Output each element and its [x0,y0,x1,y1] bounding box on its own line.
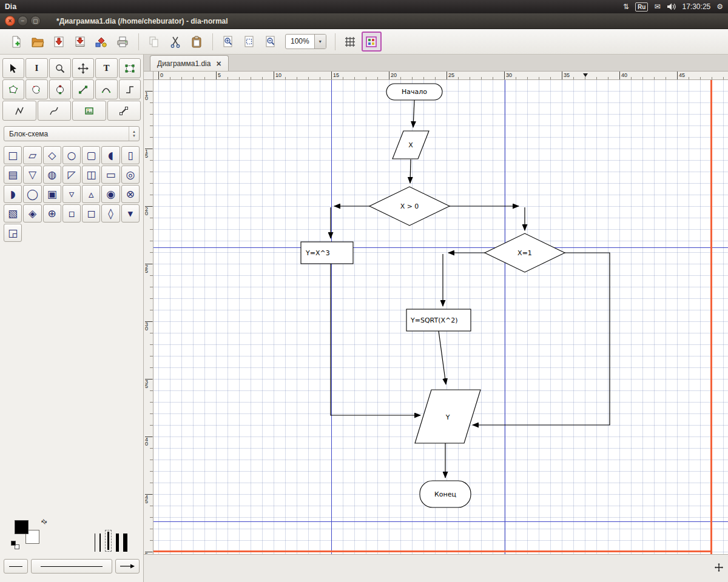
palette-shape-oval[interactable]: ▭ [101,166,120,184]
vertical-ruler[interactable]: 1 01 52 02 53 03 54 04 55 0 [144,80,153,554]
node-output-y[interactable]: Y [415,390,480,443]
tab-diagram1[interactable]: Диаграмма1.dia × [150,55,229,71]
zoom-in-button[interactable] [218,32,238,52]
mail-icon[interactable]: ✉ [654,2,660,11]
tab-close-icon[interactable]: × [216,59,221,68]
tool-polygon[interactable] [2,79,24,99]
flow-arrow-input-decision1[interactable] [410,159,411,183]
palette-shape-internal-storage[interactable]: ◫ [82,166,100,184]
node-end[interactable]: Конец [420,481,471,507]
line-style-button[interactable] [31,559,112,574]
keyboard-layout-indicator[interactable]: Ru [635,2,648,12]
foreground-color-swatch[interactable] [15,520,29,534]
palette-shape-document[interactable]: ▤ [4,166,22,184]
node-decision-x-gt-0[interactable]: X > 0 [369,187,450,226]
tool-ellipse[interactable] [49,79,71,99]
palette-shape-merge[interactable]: ▽ [23,166,41,184]
palette-shape-sort[interactable]: ◈ [23,204,41,222]
begin-arrow-style-button[interactable] [4,559,28,574]
cut-button[interactable] [165,32,185,52]
end-arrow-style-button[interactable] [115,559,140,574]
tool-scroll[interactable] [72,58,94,78]
flow-arrow-start-input[interactable] [413,100,414,127]
horizontal-ruler[interactable]: 051015202530354045 [153,72,728,80]
copy-button[interactable] [144,32,164,52]
palette-shape-magnetic-drum[interactable]: ◎ [121,166,140,184]
pan-t ool-button[interactable] [713,562,724,573]
tool-text-edit[interactable]: I [25,58,47,78]
save-button[interactable] [49,32,69,52]
tool-image[interactable] [72,101,106,121]
tool-arc[interactable] [95,79,117,99]
flow-arrow-decision2-right-to-output[interactable] [473,253,610,425]
tool-beziergon[interactable] [25,79,47,99]
window-close-button[interactable]: × [5,16,15,26]
palette-shape-ellipse[interactable]: ◯ [23,185,41,203]
palette-shape-off-page-connector[interactable]: ◲ [4,224,22,242]
node-input-x[interactable]: X [393,131,429,159]
palette-shape-card[interactable]: ▯ [121,146,140,164]
palette-shape-offline-storage[interactable]: ▾ [121,204,140,222]
palette-shape-predefined-process[interactable]: ▣ [43,185,61,203]
line-width-option-selected[interactable] [105,530,112,552]
export-button[interactable] [91,32,111,52]
session-gear-icon[interactable]: ⚙ [716,2,723,11]
palette-shape-connector[interactable]: ○ [62,146,81,164]
node-process-y-x3[interactable]: Y=X^3 [301,242,353,264]
line-width-option[interactable] [116,534,119,552]
palette-shape-display[interactable]: ◖ [101,146,120,164]
node-process-y-sqrt[interactable]: Y=SQRT(X^2) [406,309,471,331]
palette-shape-extract[interactable]: ▵ [82,185,100,203]
volume-icon[interactable] [667,2,676,11]
tool-box[interactable] [119,58,141,78]
tool-line[interactable] [72,79,94,99]
updown-arrows-icon[interactable]: ⇅ [623,2,629,11]
line-width-option[interactable] [99,534,101,552]
window-minimize-button[interactable]: − [18,16,28,26]
sheet-selector[interactable]: Блок-схема ▲ ▼ [4,126,140,141]
sheet-selector-spinner[interactable]: ▲ ▼ [129,127,139,141]
swap-colors-icon[interactable]: ⇄ [39,517,49,527]
palette-shape-delay[interactable]: ◗ [4,185,22,203]
palette-shape-or[interactable]: ⊕ [43,204,61,222]
flow-arrow-box2-to-output[interactable] [439,331,446,384]
palette-shape-input-output[interactable]: ▱ [23,146,41,164]
window-maximize-button[interactable]: ◻ [30,16,41,26]
paste-button[interactable] [186,32,206,52]
palette-shape-manual-operation[interactable]: ▿ [62,185,81,203]
tool-outline[interactable] [107,101,141,121]
tool-bezierline[interactable] [38,101,72,121]
palette-shape-process-small[interactable]: ▫ [62,204,81,222]
flow-arrow-box1-to-output[interactable] [331,264,420,415]
tool-polyline[interactable] [2,101,36,121]
color-selector[interactable]: ⇄ [7,518,68,552]
print-button[interactable] [112,32,132,52]
tool-text[interactable]: T [95,58,117,78]
node-start[interactable]: Начало [386,84,442,100]
palette-shape-collate[interactable]: ▧ [4,204,22,222]
palette-shape-decision-small[interactable]: ◊ [101,204,120,222]
new-diagram-button[interactable] [6,32,26,52]
palette-shape-terminal[interactable]: ▢ [82,146,100,164]
palette-shape-manual-input[interactable]: ◸ [62,166,81,184]
clock[interactable]: 17:30:25 [682,2,711,11]
tool-zigzagline[interactable] [119,79,141,99]
tool-magnify[interactable] [49,58,71,78]
open-button[interactable] [27,32,47,52]
tool-modify[interactable] [2,58,24,78]
node-decision-x-eq-1[interactable]: X=1 [485,233,565,272]
default-colors-icon[interactable] [11,541,19,549]
zoom-level-combo[interactable]: 100% ▼ [285,34,326,49]
save-as-button[interactable] [70,32,90,52]
snap-to-grid-toggle[interactable] [340,32,360,52]
palette-shape-process[interactable]: □ [4,146,22,164]
palette-shape-summing-junction[interactable]: ⊗ [121,185,140,203]
palette-shape-decision[interactable]: ◇ [43,146,61,164]
spinner-down-icon[interactable]: ▼ [132,134,136,138]
line-width-option[interactable] [95,534,95,552]
zoom-fit-button[interactable] [239,32,259,52]
app-menu-name[interactable]: Dia [5,2,16,11]
zoom-dropdown-arrow-icon[interactable]: ▼ [314,35,326,48]
canvas-viewport[interactable]: Начало X X > 0 [153,80,728,554]
spinner-up-icon[interactable]: ▲ [132,130,136,134]
